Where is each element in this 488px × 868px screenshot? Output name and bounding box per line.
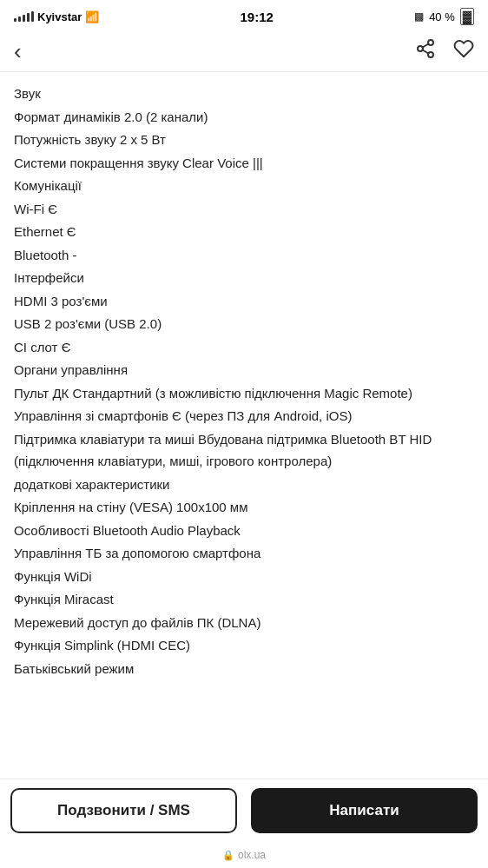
footer: 🔒 olx.ua <box>0 844 488 868</box>
status-bar: Kyivstar 📶 19:12 ▩ 40 % ▓ <box>0 0 488 31</box>
battery-icon: ▓ <box>460 8 474 25</box>
spec-line: Особливості Bluetooth Audio Playback <box>14 520 474 542</box>
spec-line: USB 2 роз'єми (USB 2.0) <box>14 313 474 335</box>
spec-line: Органи управління <box>14 359 474 381</box>
back-button[interactable]: ‹ <box>14 40 22 63</box>
spec-line: Wi-Fi Є <box>14 198 474 221</box>
navigation-bar: ‹ <box>0 31 488 72</box>
spec-line: Bluetooth - <box>14 244 474 267</box>
spec-line: Управління зі смартфонів Є (через ПЗ для… <box>14 405 474 427</box>
carrier-name: Kyivstar <box>37 10 82 23</box>
spec-line: Системи покращення звуку Clear Voice ||| <box>14 152 474 175</box>
write-button[interactable]: Написати <box>251 788 478 833</box>
spec-line: Функція WiDi <box>14 566 474 588</box>
favorite-button[interactable] <box>453 38 474 64</box>
lock-icon: 🔒 <box>222 850 234 861</box>
status-battery: ▩ 40 % ▓ <box>414 8 474 25</box>
status-time: 19:12 <box>241 10 274 24</box>
status-carrier-signal: Kyivstar 📶 <box>14 10 99 23</box>
spec-line: Функція Simplink (HDMI CEC) <box>14 634 474 657</box>
call-sms-button[interactable]: Подзвонити / SMS <box>10 788 237 833</box>
spec-line: Управління ТБ за допомогою смартфона <box>14 542 474 565</box>
spec-line: Кріплення на стіну (VESA) 100x100 мм <box>14 496 474 519</box>
signal-strength-icon <box>14 11 34 22</box>
spec-line: Функція Miracast <box>14 588 474 611</box>
share-button[interactable] <box>415 38 436 64</box>
bottom-action-bar: Подзвонити / SMS Написати <box>0 779 488 844</box>
spec-line: додаткові характеристики <box>14 474 474 496</box>
nav-actions <box>415 38 474 64</box>
battery-percentage: 40 % <box>429 10 455 23</box>
spec-line: Комунікації <box>14 175 474 197</box>
spec-line: Ethernet Є <box>14 221 474 243</box>
spec-line: Пульт ДК Стандартний (з можливістю підкл… <box>14 382 474 405</box>
location-icon: ▩ <box>414 10 424 23</box>
spec-content: ЗвукФормат динаміків 2.0 (2 канали)Потуж… <box>0 72 488 779</box>
spec-line: Потужність звуку 2 x 5 Вт <box>14 129 474 151</box>
spec-line: Звук <box>14 83 474 105</box>
svg-line-4 <box>423 44 429 48</box>
spec-line: CI слот Є <box>14 336 474 359</box>
spec-line: Інтерфейси <box>14 267 474 289</box>
wifi-icon: 📶 <box>85 10 99 23</box>
spec-line: Батьківський режим <box>14 658 474 680</box>
spec-line: HDMI 3 роз'єми <box>14 290 474 313</box>
spec-line: Мережевий доступ до файлів ПК (DLNA) <box>14 612 474 634</box>
footer-domain: olx.ua <box>238 849 266 861</box>
spec-line: Підтримка клавіатури та миші Вбудована п… <box>14 428 474 473</box>
spec-line: Формат динаміків 2.0 (2 канали) <box>14 106 474 129</box>
svg-line-3 <box>423 50 429 54</box>
